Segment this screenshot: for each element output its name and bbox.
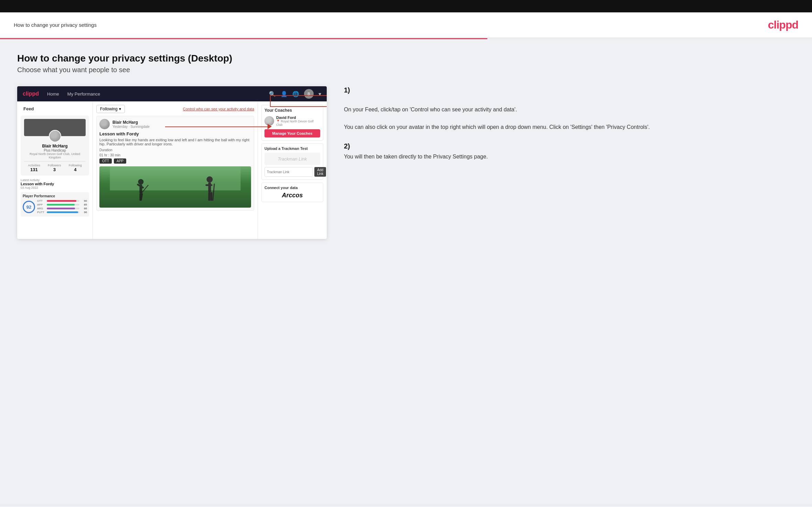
instruction-1-number: 1) [344, 86, 791, 94]
post-body: Looking to feel like my hands are exitin… [99, 138, 251, 146]
manage-coaches-button[interactable]: Manage Your Coaches [264, 129, 320, 137]
app-logo: clippd [23, 91, 39, 97]
post-meta: Yesterday · Sunningdale [112, 125, 150, 129]
coaches-title: Your Coaches [264, 108, 320, 113]
svg-rect-11 [208, 192, 210, 201]
profile-avatar-wrap [24, 130, 86, 142]
bar-putt: PUTT 96 [37, 211, 87, 214]
arccos-logo[interactable]: Arccos [264, 192, 320, 199]
person-icon[interactable]: 👤 [281, 91, 288, 97]
profile-name: Blair McHarg [24, 144, 86, 148]
post-tags: OTT APP [99, 158, 251, 164]
profile-avatar [49, 130, 61, 142]
stat-followers: Followers 3 [48, 164, 61, 172]
chevron-down-icon[interactable]: ▾ [318, 91, 321, 97]
article-title: How to change your privacy settings (Des… [17, 53, 795, 64]
app-nav: clippd Home My Performance 🔍 👤 🌐 B ▾ [17, 86, 327, 101]
instruction-1-text: On your Feed, click/tap on 'Control who … [344, 96, 791, 131]
svg-point-2 [138, 179, 144, 185]
player-performance: Player Performance 92 OTT 90 APP [21, 192, 89, 217]
perf-title: Player Performance [23, 194, 87, 198]
search-icon[interactable]: 🔍 [269, 91, 276, 97]
svg-point-8 [207, 176, 213, 183]
trackman-section: Upload a Trackman Test Trackman Link Add… [261, 143, 323, 180]
latest-activity-name: Lesson with Fordy [21, 182, 89, 186]
post-username: Blair McHarg [112, 120, 150, 125]
app-right-panel: Your Coaches David Ford 📍 Royal North De… [258, 101, 327, 239]
coach-name: David Ford [276, 115, 320, 120]
following-label: Following [100, 107, 118, 111]
post-card: Blair McHarg Yesterday · Sunningdale Les… [96, 116, 254, 211]
coach-club-text: Royal North Devon Golf Club [276, 120, 314, 126]
svg-rect-12 [210, 192, 213, 201]
trackman-title: Upload a Trackman Test [264, 146, 320, 151]
pin-icon: 📍 [276, 120, 280, 123]
profile-stats: Activities 131 Followers 3 Following 4 [24, 161, 86, 172]
nav-right: 🔍 👤 🌐 B ▾ [269, 89, 321, 99]
stat-following-label: Following [69, 164, 82, 167]
duration-value: 01 hr : 30 min [99, 153, 120, 157]
app-body: Feed Blair McHarg Plus Handicap Royal No… [17, 101, 327, 239]
post-duration: Duration [99, 148, 251, 152]
screenshot-mockup: clippd Home My Performance 🔍 👤 🌐 B ▾ Fee… [17, 86, 327, 239]
instructions-panel: 1) On your Feed, click/tap on 'Control w… [340, 86, 795, 172]
profile-card: Blair McHarg Plus Handicap Royal North D… [21, 115, 89, 176]
tag-ott: OTT [99, 158, 112, 164]
quality-row: 92 OTT 90 APP 85 [23, 199, 87, 214]
coach-club: 📍 Royal North Devon Golf Club [276, 120, 320, 126]
stat-followers-value: 3 [48, 167, 61, 172]
instruction-2-text: You will then be taken directly to the P… [344, 152, 791, 161]
post-image [99, 166, 251, 208]
bar-app: APP 85 [37, 203, 87, 206]
instruction-2: 2) You will then be taken directly to th… [344, 142, 791, 161]
profile-handicap: Plus Handicap [24, 148, 86, 152]
stat-activities-value: 131 [28, 167, 40, 172]
trackman-input-row: Add Link [264, 167, 320, 177]
trackman-placeholder: Trackman Link [264, 153, 320, 165]
duration-label: Duration [99, 148, 112, 152]
app-sidebar: Feed Blair McHarg Plus Handicap Royal No… [17, 101, 93, 239]
app-feed: Following ▾ Control who can see your act… [93, 101, 258, 239]
content-row: clippd Home My Performance 🔍 👤 🌐 B ▾ Fee… [17, 86, 795, 239]
svg-rect-9 [208, 183, 211, 192]
avatar[interactable]: B [304, 89, 314, 99]
stat-following-value: 4 [69, 167, 82, 172]
instruction-2-number: 2) [344, 142, 791, 150]
post-avatar [99, 119, 110, 129]
site-footer: Copyright Clippd 2022 [0, 505, 812, 507]
coach-avatar [264, 116, 274, 126]
post-title: Lesson with Fordy [99, 131, 251, 136]
post-duration-value: 01 hr : 30 min [99, 153, 251, 157]
page-title: How to change your privacy settings [14, 22, 97, 28]
stat-followers-label: Followers [48, 164, 61, 167]
add-link-button[interactable]: Add Link [314, 167, 326, 177]
coaches-section: Your Coaches David Ford 📍 Royal North De… [261, 105, 323, 141]
top-bar [0, 0, 812, 12]
control-privacy-link[interactable]: Control who can see your activity and da… [183, 107, 254, 111]
nav-my-performance[interactable]: My Performance [67, 91, 100, 97]
bar-arg: ARG 86 [37, 207, 87, 210]
svg-rect-10 [206, 184, 213, 186]
nav-home[interactable]: Home [47, 91, 59, 97]
post-header: Blair McHarg Yesterday · Sunningdale [99, 119, 251, 129]
svg-rect-1 [110, 166, 241, 190]
trackman-input[interactable] [264, 167, 313, 177]
main-content: How to change your privacy settings (Des… [0, 39, 812, 505]
globe-icon[interactable]: 🌐 [292, 91, 299, 97]
following-button[interactable]: Following ▾ [96, 105, 125, 113]
coach-row: David Ford 📍 Royal North Devon Golf Club [264, 115, 320, 126]
feed-tab[interactable]: Feed [21, 105, 89, 113]
stat-activities-label: Activities [28, 164, 40, 167]
chevron-icon: ▾ [119, 107, 121, 111]
profile-club: Royal North Devon Golf Club, United King… [24, 152, 86, 159]
latest-activity: Latest Activity Lesson with Fordy 03 Aug… [21, 178, 89, 189]
stat-activities: Activities 131 [28, 164, 40, 172]
quality-score: 92 [23, 201, 35, 213]
instruction-1: 1) On your Feed, click/tap on 'Control w… [344, 86, 791, 131]
latest-activity-label: Latest Activity [21, 178, 89, 182]
site-header: How to change your privacy settings clip… [0, 12, 812, 38]
quality-bars: OTT 90 APP 85 ARG [37, 199, 87, 214]
feed-header: Following ▾ Control who can see your act… [96, 105, 254, 113]
logo: clippd [768, 19, 798, 31]
bar-ott: OTT 90 [37, 199, 87, 202]
